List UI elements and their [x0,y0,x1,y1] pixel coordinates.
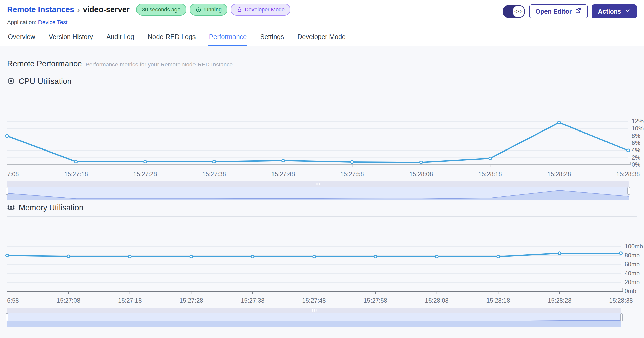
external-link-icon [575,7,581,15]
svg-text:60mb: 60mb [625,261,640,268]
svg-text:15:27:58: 15:27:58 [364,297,387,304]
grip-dots-icon [316,183,320,185]
top-bar-left: Remote Instances › video-server 30 secon… [7,4,290,26]
cpu-section-header: CPU Utilisation [7,72,637,90]
open-editor-label: Open Editor [535,8,572,15]
memory-brush-move-bar[interactable] [7,308,621,313]
svg-text:15:28:38: 15:28:38 [609,297,633,304]
actions-button[interactable]: Actions [592,4,637,18]
cpu-brush-window[interactable] [7,187,629,200]
svg-text:15:27:08: 15:27:08 [57,297,80,304]
open-editor-button[interactable]: Open Editor [529,4,588,18]
memory-brush-window[interactable] [7,313,621,327]
svg-text:15:27:48: 15:27:48 [302,297,326,304]
developer-mode-toggle[interactable]: </> [503,5,525,18]
status-badge: running [190,4,228,16]
svg-text:15:28:38: 15:28:38 [616,171,640,177]
svg-text:15:28:28: 15:28:28 [547,171,571,177]
application-link[interactable]: Device Test [38,19,68,25]
tab-audit-log[interactable]: Audit Log [106,29,135,46]
breadcrumb-chevron-icon: › [77,5,80,14]
svg-text:15:28:28: 15:28:28 [548,297,571,304]
svg-text:15:27:18: 15:27:18 [64,171,88,177]
svg-text:40mb: 40mb [625,270,640,277]
svg-text:15:28:08: 15:28:08 [409,171,433,177]
svg-text:7:08: 7:08 [7,171,19,177]
page: Remote Instances › video-server 30 secon… [0,0,644,338]
svg-text:0mb: 0mb [625,288,636,294]
chevron-down-icon [625,8,631,15]
svg-text:15:27:38: 15:27:38 [202,171,226,177]
svg-text:6%: 6% [632,139,640,146]
badge-label: 30 seconds ago [142,7,181,13]
page-header: Remote Performance Performance metrics f… [7,46,637,72]
tab-bar: OverviewVersion HistoryAudit LogNode-RED… [0,29,644,46]
svg-text:0%: 0% [632,161,640,168]
breadcrumb-parent-link[interactable]: Remote Instances [7,5,74,14]
status-badge: Developer Mode [231,4,290,16]
svg-text:6:58: 6:58 [7,297,19,304]
top-bar-actions: </> Open Editor Actions [503,4,637,18]
svg-text:12%: 12% [632,118,644,124]
main-content: Remote Performance Performance metrics f… [0,46,644,338]
svg-text:8%: 8% [632,132,640,139]
memory-section: Memory Utilisation 0mb20mb40mb60mb80mb10… [7,200,637,327]
svg-text:15:27:18: 15:27:18 [118,297,142,304]
memory-brush-left-handle[interactable] [6,313,8,321]
memory-brush-right-handle[interactable] [620,313,623,321]
flask-icon [237,7,242,13]
memory-utilisation-chart[interactable]: 0mb20mb40mb60mb80mb100mb6:5815:27:0815:2… [7,217,637,304]
tab-settings[interactable]: Settings [259,29,285,46]
cpu-brush-left-handle[interactable] [6,187,8,195]
code-icon: </> [513,6,524,17]
top-bar: Remote Instances › video-server 30 secon… [0,0,644,26]
svg-text:15:27:28: 15:27:28 [133,171,157,177]
page-subtitle: Performance metrics for your Remote Node… [86,61,233,68]
svg-text:4%: 4% [632,147,640,154]
svg-text:2%: 2% [632,154,640,161]
svg-text:15:27:58: 15:27:58 [340,171,364,177]
tab-overview[interactable]: Overview [7,29,36,46]
badge-label: running [204,7,222,13]
cpu-utilisation-chart[interactable]: 0%2%4%6%8%10%12%7:0815:27:1815:27:2815:2… [7,90,637,178]
memory-chart-range-brush[interactable] [7,308,621,327]
breadcrumb: Remote Instances › video-server 30 secon… [7,4,290,16]
memory-chip-icon [7,203,15,212]
svg-text:15:28:18: 15:28:18 [478,171,502,177]
cpu-chip-icon [7,77,15,86]
status-badge: 30 seconds ago [136,4,186,16]
memory-section-header: Memory Utilisation [7,200,637,217]
memory-section-title: Memory Utilisation [19,203,83,212]
svg-text:15:28:08: 15:28:08 [425,297,448,304]
tab-node-red-logs[interactable]: Node-RED Logs [147,29,196,46]
svg-text:15:27:48: 15:27:48 [271,171,295,177]
actions-label: Actions [598,8,621,15]
svg-text:15:27:28: 15:27:28 [179,297,203,304]
svg-text:20mb: 20mb [625,279,640,286]
cpu-section: CPU Utilisation 0%2%4%6%8%10%12%7:0815:2… [7,72,637,200]
tab-version-history[interactable]: Version History [48,29,94,46]
breadcrumb-current: video-server [83,5,129,14]
svg-text:100mb: 100mb [625,243,643,250]
cpu-section-title: CPU Utilisation [19,77,71,86]
play-circle-icon [196,7,201,13]
status-badges: 30 seconds agorunningDeveloper Mode [136,4,290,16]
page-title: Remote Performance [7,59,82,68]
svg-text:80mb: 80mb [625,252,640,259]
badge-label: Developer Mode [245,7,285,13]
svg-text:15:28:18: 15:28:18 [486,297,510,304]
svg-text:10%: 10% [632,125,644,132]
tab-performance[interactable]: Performance [208,29,247,46]
svg-text:15:27:38: 15:27:38 [241,297,264,304]
tab-developer-mode[interactable]: Developer Mode [297,29,346,46]
grip-dots-icon [312,309,317,312]
cpu-chart-range-brush[interactable] [7,181,629,200]
application-line: Application: Device Test [7,19,290,26]
cpu-brush-right-handle[interactable] [627,187,630,195]
application-label: Application: [7,19,36,25]
cpu-brush-move-bar[interactable] [7,181,629,187]
